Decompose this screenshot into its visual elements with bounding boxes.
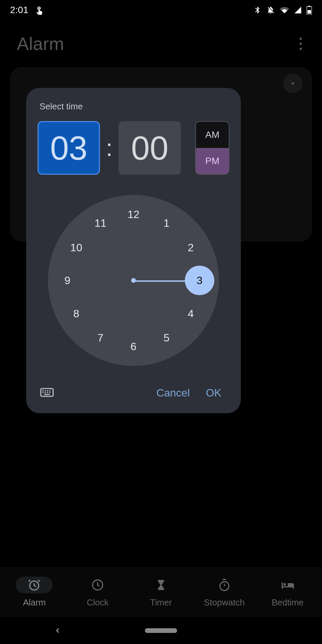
collapse-icon[interactable] bbox=[283, 74, 303, 93]
nav-label: Stopwatch bbox=[204, 597, 245, 608]
alarm-icon bbox=[28, 578, 41, 592]
nav-label: Timer bbox=[150, 597, 172, 608]
clock-hour-2[interactable]: 2 bbox=[182, 241, 199, 254]
touch-icon bbox=[35, 5, 44, 15]
time-picker-dialog: Select time 03 : 00 AM PM 12123456789101… bbox=[26, 88, 241, 413]
clock-hour-12[interactable]: 12 bbox=[125, 208, 142, 221]
clock-hour-3[interactable]: 3 bbox=[191, 274, 208, 287]
clock-hour-4[interactable]: 4 bbox=[182, 307, 199, 320]
wifi-icon bbox=[280, 5, 289, 15]
svg-rect-2 bbox=[308, 10, 311, 13]
nav-label: Clock bbox=[87, 597, 109, 608]
clock-hour-8[interactable]: 8 bbox=[68, 307, 85, 320]
nav-label: Alarm bbox=[23, 597, 46, 608]
page-title: Alarm bbox=[17, 33, 64, 54]
hour-input[interactable]: 03 bbox=[38, 121, 100, 175]
time-colon: : bbox=[105, 135, 113, 161]
signal-icon bbox=[294, 6, 302, 14]
stopwatch-icon bbox=[218, 578, 231, 592]
battery-icon bbox=[307, 6, 312, 14]
nav-stopwatch[interactable]: Stopwatch bbox=[196, 577, 253, 608]
status-time: 2:01 bbox=[10, 5, 29, 15]
nav-alarm[interactable]: Alarm bbox=[6, 577, 63, 608]
bluetooth-icon bbox=[254, 6, 262, 14]
nav-bedtime[interactable]: Bedtime bbox=[259, 577, 316, 608]
am-button[interactable]: AM bbox=[196, 122, 229, 148]
back-button[interactable] bbox=[54, 627, 62, 635]
svg-rect-1 bbox=[308, 6, 310, 7]
cancel-button[interactable]: Cancel bbox=[148, 383, 198, 403]
clock-hour-1[interactable]: 1 bbox=[158, 217, 175, 229]
home-pill[interactable] bbox=[145, 628, 177, 633]
bottom-nav: Alarm Clock Timer Stopwatch Bedtime bbox=[0, 567, 322, 617]
minute-input[interactable]: 00 bbox=[118, 121, 181, 175]
android-nav-bar bbox=[0, 617, 322, 644]
clock-hour-10[interactable]: 10 bbox=[68, 241, 85, 254]
dialog-title: Select time bbox=[40, 101, 229, 112]
bedtime-icon bbox=[280, 580, 295, 590]
clock-hour-5[interactable]: 5 bbox=[158, 331, 175, 344]
dnd-icon bbox=[266, 6, 275, 14]
pm-button[interactable]: PM bbox=[196, 148, 229, 174]
nav-clock[interactable]: Clock bbox=[69, 577, 126, 608]
clock-hour-11[interactable]: 11 bbox=[92, 217, 109, 229]
timer-icon bbox=[155, 579, 167, 591]
clock-icon bbox=[91, 578, 104, 592]
status-bar: 2:01 bbox=[0, 0, 322, 20]
app-header: Alarm bbox=[0, 27, 322, 60]
dialog-actions: Cancel OK bbox=[38, 383, 229, 403]
clock-hour-9[interactable]: 9 bbox=[59, 274, 76, 287]
time-input-row: 03 : 00 AM PM bbox=[38, 121, 229, 175]
nav-timer[interactable]: Timer bbox=[132, 577, 190, 608]
clock-face[interactable]: 121234567891011 bbox=[48, 195, 219, 366]
clock-hour-6[interactable]: 6 bbox=[125, 340, 142, 353]
ampm-toggle: AM PM bbox=[195, 121, 229, 175]
clock-hour-7[interactable]: 7 bbox=[92, 331, 109, 344]
keyboard-input-button[interactable] bbox=[38, 385, 56, 401]
nav-label: Bedtime bbox=[272, 597, 304, 608]
clock-center bbox=[131, 278, 136, 283]
more-options-button[interactable] bbox=[296, 34, 305, 53]
ok-button[interactable]: OK bbox=[198, 383, 229, 403]
